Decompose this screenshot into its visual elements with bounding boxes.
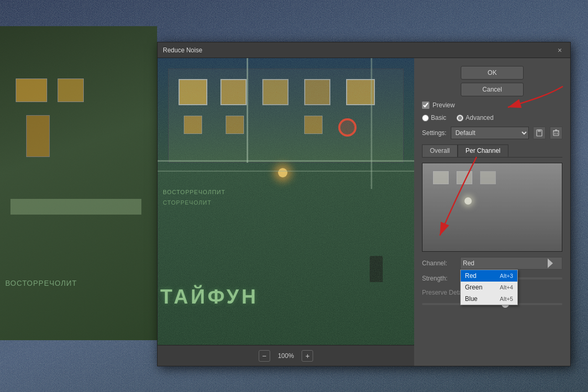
controls-panel: OK Cancel Preview Basic Advanced (414, 58, 570, 366)
dropdown-label-green: Green (465, 284, 482, 291)
preview-controls: − 100% + (158, 345, 414, 366)
dropdown-shortcut-green: Alt+4 (500, 284, 513, 290)
channel-row: Channel: Red Green Blue Red Alt+3 (422, 257, 562, 270)
delete-settings-button[interactable] (550, 127, 562, 139)
dropdown-label-blue: Blue (465, 295, 478, 303)
strength-label: Strength: (422, 275, 456, 282)
mode-radio-group: Basic Advanced (422, 114, 562, 121)
preview-label: Preview (432, 102, 455, 109)
channel-label: Channel: (422, 260, 456, 267)
ok-button[interactable]: OK (461, 66, 524, 80)
advanced-radio[interactable] (457, 115, 463, 121)
channel-thumbnail (422, 163, 562, 252)
dropdown-option-green[interactable]: Green Alt+4 (461, 282, 517, 293)
channel-dropdown-open: Red Alt+3 Green Alt+4 Blue Alt+5 (460, 270, 518, 305)
svg-rect-1 (538, 130, 541, 132)
dialog-body: ВОСТОРРЕЧОЛПИТ СТОРРЕЧОЛИТ ТАЙФУН (158, 58, 570, 366)
dropdown-label-red: Red (465, 272, 476, 279)
basic-radio-item: Basic (422, 114, 446, 121)
tab-overall[interactable]: Overall (422, 144, 458, 157)
preview-panel: ВОСТОРРЕЧОЛПИТ СТОРРЕЧОЛИТ ТАЙФУН (158, 58, 414, 366)
advanced-label: Advanced (465, 114, 493, 121)
thumbnail-image (423, 163, 562, 251)
dropdown-option-blue[interactable]: Blue Alt+5 (461, 293, 517, 305)
preview-row: Preview (422, 102, 562, 109)
svg-rect-2 (553, 131, 559, 136)
close-button[interactable]: × (554, 45, 565, 55)
dialog-titlebar: Reduce Noise × (158, 42, 570, 58)
channel-select[interactable]: Red Green Blue (460, 257, 562, 270)
advanced-radio-item: Advanced (457, 114, 493, 121)
save-settings-button[interactable] (533, 127, 546, 139)
zoom-level-display: 100% (278, 352, 294, 360)
channel-select-wrapper: Red Green Blue Red Alt+3 Green Alt+4 (460, 257, 562, 270)
settings-select[interactable]: Default (451, 127, 529, 139)
tabs: Overall Per Channel (422, 144, 562, 158)
settings-label: Settings: (422, 129, 447, 137)
settings-row: Settings: Default (422, 127, 562, 139)
preview-checkbox[interactable] (422, 102, 429, 109)
dropdown-shortcut-blue: Alt+5 (500, 296, 513, 302)
cancel-button[interactable]: Cancel (461, 83, 524, 96)
basic-label: Basic (431, 114, 446, 121)
basic-radio[interactable] (422, 115, 429, 121)
action-buttons: OK Cancel (422, 66, 562, 96)
tab-per-channel[interactable]: Per Channel (458, 144, 508, 157)
dropdown-option-red[interactable]: Red Alt+3 (461, 270, 517, 282)
dropdown-shortcut-red: Alt+3 (500, 273, 513, 279)
reduce-noise-dialog: Reduce Noise × (157, 42, 571, 366)
preview-image: ВОСТОРРЕЧОЛПИТ СТОРРЕЧОЛИТ ТАЙФУН (158, 58, 414, 345)
dialog-title: Reduce Noise (163, 47, 202, 54)
zoom-out-button[interactable]: − (259, 350, 270, 362)
zoom-in-button[interactable]: + (302, 350, 313, 362)
